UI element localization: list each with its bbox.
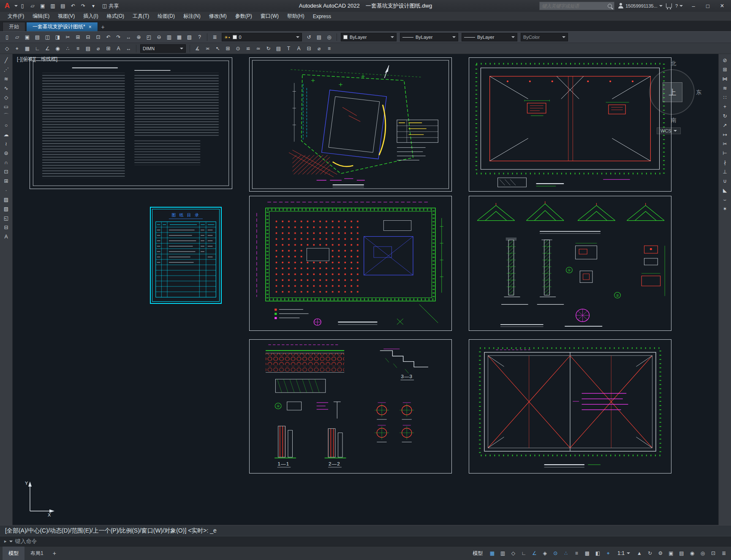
quick-properties-icon[interactable]: ▤ — [83, 44, 93, 53]
zoom-previous-icon[interactable]: ⊖ — [154, 33, 164, 42]
move-icon[interactable]: + — [720, 103, 730, 111]
tab-active-document[interactable]: 一套基坑支护设计图纸* × — [26, 22, 98, 31]
plot-icon[interactable]: ▤ — [58, 1, 68, 11]
publish-icon[interactable]: ◨ — [53, 33, 63, 42]
rotate-icon[interactable]: ↻ — [720, 112, 730, 120]
dim-style-select[interactable]: DIMN — [140, 44, 186, 53]
menu-window[interactable]: 窗口(W) — [256, 12, 283, 21]
search-box[interactable] — [539, 2, 614, 10]
lineweight-icon[interactable]: ≡ — [572, 549, 581, 558]
open-icon[interactable]: ▱ — [12, 33, 22, 42]
account-menu[interactable]: 15059991135... — [618, 3, 663, 9]
model-space-toggle[interactable]: 模型 — [469, 549, 486, 558]
menu-insert[interactable]: 插入(I) — [79, 12, 102, 21]
dim-linear-icon[interactable]: ↔ — [124, 44, 133, 53]
quick-properties-icon[interactable]: ▤ — [677, 549, 686, 558]
polar-icon[interactable]: ∠ — [43, 44, 52, 53]
ortho-icon[interactable]: ∟ — [33, 44, 42, 53]
wcs-menu[interactable]: WCS — [657, 127, 681, 134]
measure-icon[interactable]: ⌀ — [93, 44, 103, 53]
gradient-icon[interactable]: ▧ — [2, 205, 11, 213]
circle-icon[interactable]: ○ — [2, 121, 11, 129]
erase-icon[interactable]: ⊘ — [720, 56, 730, 64]
redo-icon[interactable]: ↷ — [79, 1, 88, 11]
dim-style-icon[interactable]: ▤ — [274, 44, 283, 53]
polyline-icon[interactable]: ∿ — [2, 84, 11, 92]
tab-layout1[interactable]: 布局1 — [24, 546, 49, 560]
new-tab-button[interactable]: + — [99, 23, 107, 31]
array-icon[interactable]: ∷ — [720, 93, 730, 101]
lineweight-select[interactable]: ByLayer — [462, 33, 517, 41]
isolate-objects-icon[interactable]: ◎ — [698, 549, 707, 558]
fillet-icon[interactable]: ⌣ — [720, 195, 730, 203]
sheet-connection-details[interactable]: ① ② — [469, 196, 671, 331]
text-icon[interactable]: A — [114, 44, 123, 53]
undo-icon[interactable]: ↶ — [68, 1, 78, 11]
copy-icon[interactable]: ⊞ — [73, 33, 83, 42]
cart-icon[interactable] — [666, 3, 672, 8]
mtext-icon[interactable]: A — [294, 44, 304, 53]
compass-north-label[interactable]: 北 — [644, 60, 703, 68]
layer-isolate-icon[interactable]: ◎ — [324, 33, 334, 42]
menu-parametric[interactable]: 参数(P) — [231, 12, 256, 21]
otrack-icon[interactable]: ∴ — [63, 44, 73, 53]
polygon-icon[interactable]: ◇ — [2, 93, 11, 101]
snap-icon[interactable]: ⌖ — [12, 44, 22, 53]
lock-ui-icon[interactable]: ◉ — [688, 549, 697, 558]
save-icon[interactable]: ▣ — [38, 1, 47, 11]
compass-top-face[interactable]: 上 — [663, 82, 682, 102]
search-input[interactable] — [542, 3, 608, 8]
layer-properties-icon[interactable]: ≣ — [210, 33, 220, 42]
tool-palettes-icon[interactable]: ▧ — [185, 33, 194, 42]
properties-icon[interactable]: ▥ — [164, 33, 174, 42]
dim-update-icon[interactable]: ↻ — [264, 44, 273, 53]
cut-icon[interactable]: ✂ — [63, 33, 73, 42]
viewport-controls[interactable]: [-][俯视][二维线框] — [17, 56, 57, 63]
plot-icon[interactable]: ▤ — [33, 33, 42, 42]
hatch-icon[interactable]: ▨ — [2, 195, 11, 203]
otrack-icon[interactable]: ∴ — [561, 549, 571, 558]
help-icon[interactable]: ? — [195, 33, 204, 42]
menu-file[interactable]: 文件(F) — [3, 12, 28, 21]
new-file-icon[interactable]: ▯ — [2, 33, 12, 42]
mirror-icon[interactable]: ⋈ — [720, 75, 730, 83]
command-history-caret-icon[interactable] — [9, 541, 13, 542]
sheet-monitoring-plan[interactable] — [469, 339, 671, 473]
infer-constraints-icon[interactable]: ◇ — [508, 549, 518, 558]
menu-tools[interactable]: 工具(T) — [128, 12, 153, 21]
maximize-button[interactable]: □ — [701, 0, 715, 12]
revision-cloud-icon[interactable]: ☁ — [2, 130, 11, 138]
pan-icon[interactable]: ↔ — [124, 33, 133, 42]
workspace-gear-icon[interactable]: ⚙ — [656, 549, 665, 558]
ellipse-arc-icon[interactable]: ∩ — [2, 158, 11, 166]
new-layout-button[interactable]: + — [49, 546, 60, 560]
sheet-general-notes[interactable] — [30, 57, 232, 189]
menu-draw[interactable]: 绘图(D) — [153, 12, 179, 21]
tab-close-icon[interactable]: × — [89, 24, 92, 30]
linetype-select[interactable]: ByLayer — [400, 33, 458, 41]
help-menu[interactable]: ? — [675, 3, 683, 8]
dim-aligned-icon[interactable]: ∡ — [193, 44, 202, 53]
plot-style-select[interactable]: ByColor — [521, 33, 568, 41]
view-compass[interactable]: 北 东 南 上 WCS — [644, 58, 703, 139]
dim-text-edit-icon[interactable]: ≃ — [253, 44, 263, 53]
rectangle-icon[interactable]: ▭ — [2, 103, 11, 111]
menu-help[interactable]: 帮助(H) — [283, 12, 309, 21]
sheet-section-details[interactable]: 3—3 ① 1—1 — [249, 339, 452, 473]
minimize-button[interactable]: – — [686, 0, 701, 12]
tab-model[interactable]: 模型 — [3, 546, 24, 560]
line-icon[interactable]: ╱ — [2, 56, 11, 64]
zoom-realtime-icon[interactable]: ⊕ — [134, 33, 144, 42]
point-icon[interactable]: · — [2, 186, 11, 194]
arc-icon[interactable]: ⌒ — [2, 112, 11, 120]
command-input-row[interactable]: ▸ 键入命令 — [0, 536, 731, 546]
drawing-canvas[interactable]: [-][俯视][二维线框] — [13, 54, 718, 525]
menu-format[interactable]: 格式(O) — [103, 12, 128, 21]
scale-icon[interactable]: ↗ — [720, 121, 730, 129]
join-icon[interactable]: ∪ — [720, 177, 730, 185]
selection-cycling-icon[interactable]: ◧ — [593, 549, 602, 558]
menu-modify[interactable]: 修改(M) — [205, 12, 231, 21]
save-as-icon[interactable]: ▥ — [48, 1, 57, 11]
autoscale-icon[interactable]: ↻ — [645, 549, 655, 558]
table-style-icon[interactable]: ⊟ — [304, 44, 314, 53]
